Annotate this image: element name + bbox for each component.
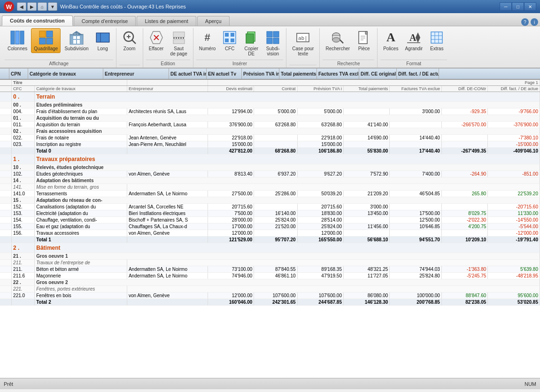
- tab-construction[interactable]: Coûts de construction: [2, 15, 73, 26]
- ribbon-btn-rechercher[interactable]: Rechercher: [323, 28, 353, 53]
- ribbon-btn-polices[interactable]: A Polices: [380, 28, 401, 53]
- table-row[interactable]: 152. Canalisations (adaptation du Arcant…: [0, 204, 540, 210]
- table-row[interactable]: 15 . Adaptation du réseau de con-: [0, 197, 540, 204]
- table-row[interactable]: 10 . Relevés, études géotechnique: [0, 164, 540, 171]
- table-row[interactable]: 14 . Adaptation des bâtiments: [0, 177, 540, 184]
- ribbon-group-label-format: Format: [380, 60, 447, 68]
- ribbon-btn-saut[interactable]: Saut de page: [168, 28, 190, 58]
- table-row[interactable]: 221.0 Fenêtres en bois von Almen, Genève…: [0, 292, 540, 299]
- app-logo: W: [4, 1, 14, 12]
- ribbon-btn-long[interactable]: Long: [93, 28, 113, 53]
- ribbon-btn-zoom[interactable]: Zoom: [119, 28, 140, 53]
- info-btn[interactable]: i: [531, 18, 538, 26]
- ribbon-btn-extras[interactable]: Extras: [426, 28, 447, 53]
- svg-rect-3: [39, 31, 46, 37]
- svg-rect-4: [46, 31, 53, 37]
- svg-rect-6: [46, 38, 53, 44]
- ribbon-btn-copier[interactable]: Copier DE: [241, 28, 262, 58]
- table-row[interactable]: Total 2 160'046.00 242'301.65 244'687.85…: [0, 299, 540, 306]
- tab-apercu[interactable]: Aperçu: [197, 16, 230, 26]
- svg-rect-35: [246, 34, 254, 43]
- agrandir-icon: A: [406, 30, 421, 45]
- svg-rect-28: [173, 39, 185, 44]
- ribbon-btn-cfc[interactable]: CFC: [219, 28, 240, 53]
- ribbon-btn-piece[interactable]: Pièce: [354, 28, 374, 53]
- ribbon: Colonnes Quadrillage: [0, 26, 540, 69]
- table-row[interactable]: 141.0 Terrassements Andermatten SA, Le N…: [0, 191, 540, 197]
- svg-text:ab|: ab|: [298, 35, 308, 41]
- ribbon-group-inserer: # Numéro CFC: [193, 28, 287, 68]
- tab-payment[interactable]: Listes de paiement: [137, 16, 196, 26]
- home-btn[interactable]: ⌂: [38, 2, 47, 11]
- polices-icon: A: [383, 30, 398, 45]
- table-row[interactable]: 141. Mise en forme du terrain, gros: [0, 184, 540, 191]
- ribbon-group-affichage: Colonnes Quadrillage: [2, 28, 116, 68]
- tab-bar: Coûts de construction Compte d'entrepris…: [0, 13, 540, 26]
- table-row[interactable]: 00 . Etudes préliminaires: [0, 102, 540, 108]
- table-row[interactable]: 022. Frais de notaire Jean Antenen, Genè…: [0, 135, 540, 141]
- table-row[interactable]: 0 . Terrain: [0, 92, 540, 102]
- close-btn[interactable]: ✕: [524, 2, 536, 11]
- svg-text:H: H: [74, 32, 76, 35]
- svg-rect-26: [173, 32, 185, 37]
- table-row[interactable]: 102. Etudes géotechniques von Almen, Gen…: [0, 171, 540, 177]
- table-row[interactable]: 011. Acquisition du terrain François Aeb…: [0, 122, 540, 128]
- ribbon-btn-case[interactable]: ab| Case pour texte: [289, 28, 316, 58]
- table-row[interactable]: 22 . Gros oeuvre 2: [0, 279, 540, 286]
- copier-icon: [244, 30, 259, 45]
- table-row[interactable]: 155. Eau et gaz (adaptation du Chauffage…: [0, 223, 540, 230]
- table-row[interactable]: 01 . Acquisition du terrain ou du: [0, 115, 540, 122]
- header-total: Total paiements: [279, 69, 317, 79]
- recent-btn[interactable]: ▼: [48, 2, 57, 11]
- main-area: CPN Catégorie de travaux Entrepreneur DE…: [0, 69, 540, 378]
- help-btn[interactable]: ?: [521, 18, 529, 26]
- ribbon-group-edition: Effacer Saut de page Edition: [143, 28, 193, 68]
- table-row[interactable]: 221. Fenêtres, portes extérieures: [0, 286, 540, 292]
- numero-icon: #: [200, 30, 215, 45]
- header-cat: Catégorie de travaux: [28, 69, 103, 79]
- table-row[interactable]: Total 0 427'812.00 68'268.80 106'186.80 …: [0, 148, 540, 154]
- table-row[interactable]: 1 . Travaux préparatoires: [0, 154, 540, 164]
- ribbon-group-case: ab| Case pour texte: [286, 28, 320, 68]
- ribbon-btn-effacer[interactable]: Effacer: [146, 28, 167, 53]
- tab-enterprise[interactable]: Compte d'entreprise: [74, 16, 136, 26]
- ribbon-group-format: A Polices A Agrandir: [378, 28, 450, 68]
- svg-text:A: A: [409, 32, 417, 43]
- svg-rect-38: [267, 38, 272, 44]
- ribbon-btn-agrandir[interactable]: A Agrandir: [402, 28, 425, 53]
- table-row[interactable]: 211. Béton et béton armé Andermatten SA,…: [0, 266, 540, 273]
- table-row[interactable]: 21 . Gros oeuvre 1: [0, 253, 540, 260]
- table-row[interactable]: 211.6 Maçonnerie Andermatten SA, Le Noir…: [0, 273, 540, 279]
- table-row[interactable]: 156. Travaux accessoires von Almen, Genè…: [0, 230, 540, 237]
- table-row[interactable]: 153. Electricité (adaptation du Bieri In…: [0, 210, 540, 217]
- back-btn[interactable]: ◀: [17, 2, 26, 11]
- svg-rect-37: [273, 31, 279, 37]
- ribbon-btn-subdivision2[interactable]: Subdi- vision: [262, 28, 283, 58]
- saut-icon: [171, 30, 186, 45]
- svg-text:H: H: [71, 32, 73, 35]
- table-row[interactable]: 154. Chauffage, ventilation, condi- Bisc…: [0, 217, 540, 223]
- ribbon-btn-numero[interactable]: # Numéro: [196, 28, 219, 53]
- svg-rect-11: [73, 40, 76, 44]
- subdivision-icon: H H C: [69, 30, 84, 45]
- ribbon-btn-colonnes[interactable]: Colonnes: [5, 28, 30, 53]
- table-row[interactable]: 023. Inscription au registre Jean-Pierre…: [0, 141, 540, 148]
- table-row[interactable]: 02 . Frais accessoires acquisition: [0, 128, 540, 135]
- header-fact: Factures TVA exclue: [317, 69, 359, 79]
- minimize-btn[interactable]: ─: [500, 2, 512, 11]
- table-row[interactable]: Total 1 121'529.00 95'707.20 165'550.00 …: [0, 237, 540, 243]
- ribbon-btn-quadrillage[interactable]: Quadrillage: [31, 28, 61, 53]
- table-row[interactable]: 2 . Bâtiment: [0, 243, 540, 253]
- forward-btn[interactable]: ▶: [27, 2, 37, 11]
- table-row[interactable]: 211. Travaux de l'entreprise de: [0, 260, 540, 266]
- grid-content[interactable]: Titre Page 1 CFC Catégorie de travaux En…: [0, 80, 540, 378]
- piece-icon: [356, 30, 371, 45]
- table-row: Titre Page 1: [0, 80, 540, 86]
- svg-rect-17: [97, 33, 109, 42]
- ribbon-btn-subdivision[interactable]: H H C Subdivision: [62, 28, 91, 53]
- maximize-btn[interactable]: □: [512, 2, 524, 11]
- svg-rect-32: [225, 38, 229, 42]
- table-row[interactable]: 004. Frais d'établissement du plan Archi…: [0, 108, 540, 115]
- quadrillage-icon: [39, 30, 54, 45]
- ribbon-group-zoom: Zoom: [116, 28, 143, 68]
